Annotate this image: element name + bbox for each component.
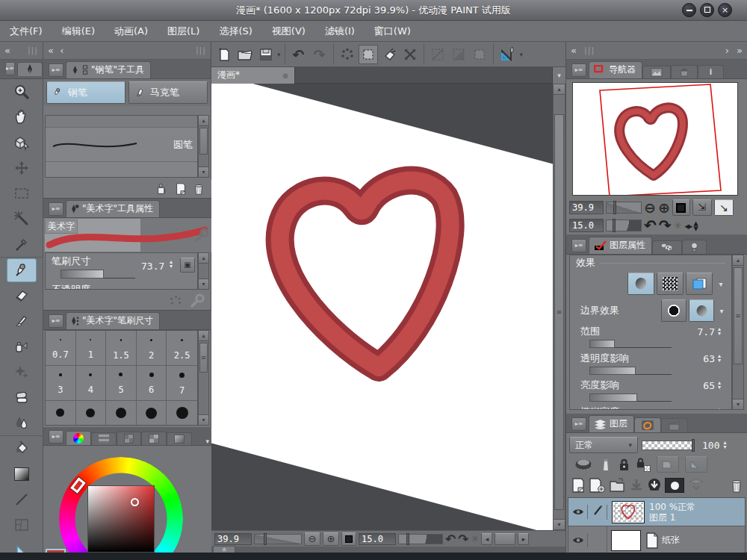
new-raster-layer-icon[interactable] <box>571 477 586 494</box>
collapse-left-icon[interactable]: « <box>4 45 10 56</box>
nav-rotate-cw-icon[interactable]: ↷ <box>659 217 672 234</box>
draft-layer-button[interactable] <box>657 456 679 473</box>
brush-size-cell[interactable] <box>46 401 76 426</box>
lighting-tab[interactable] <box>682 240 707 254</box>
brush-size-panel-tab[interactable]: "美术字"笔刷尺寸 <box>66 312 160 329</box>
redo-icon[interactable]: ↷ <box>310 45 329 64</box>
hscroll-left-icon[interactable]: ◂ <box>481 533 492 545</box>
color-wheel-tab[interactable] <box>66 431 91 445</box>
menu-animation[interactable]: 动画(A) <box>105 21 158 41</box>
layer-opacity-slider[interactable] <box>642 441 694 450</box>
opacity-influence-slider[interactable] <box>589 367 672 375</box>
minimize-button[interactable] <box>682 3 696 17</box>
panel-menu-icon[interactable]: ▸≡ <box>49 63 63 77</box>
scroll-up-icon[interactable]: ▴ <box>733 255 743 266</box>
collapse-left-icon[interactable]: « <box>48 45 54 56</box>
delete-layer-icon[interactable] <box>729 477 744 494</box>
sv-square[interactable] <box>87 485 155 553</box>
approx-color-tab[interactable] <box>167 432 192 445</box>
effect-more-icon[interactable]: ▾ <box>715 280 727 288</box>
blend-tool[interactable] <box>0 410 43 435</box>
nav-actual-size-button[interactable]: ⇲ <box>692 199 712 216</box>
range-stepper[interactable]: ▴▾ <box>718 327 721 336</box>
menu-view[interactable]: 视图(V) <box>262 21 315 41</box>
menu-filter[interactable]: 滤镜(I) <box>315 21 365 41</box>
blur-width-value[interactable]: 10.0 <box>692 407 715 411</box>
menu-window[interactable]: 窗口(W) <box>365 21 421 41</box>
figure-tool[interactable] <box>0 487 43 512</box>
snap-special-ruler-icon[interactable] <box>449 45 468 64</box>
panel-menu-icon[interactable]: ▸≡ <box>5 62 15 75</box>
drag-grip-icon[interactable]: ||| <box>28 46 38 55</box>
layer-row-1[interactable]: 100 %正常 图层 1 <box>568 498 745 526</box>
tool-property-scrollbar[interactable]: ▴ ▾ <box>198 252 209 290</box>
tool-property-tab[interactable]: "美术字"工具属性 <box>66 200 160 217</box>
subtool-scrollbar[interactable]: ▴ ▾ <box>198 115 209 178</box>
watercolor-mode-button[interactable] <box>689 299 714 322</box>
brush-size-slider[interactable] <box>61 270 135 279</box>
transfer-down-icon[interactable] <box>629 477 644 494</box>
selection-area-icon[interactable] <box>359 45 378 64</box>
brush-size-cell[interactable]: 6 <box>137 366 167 401</box>
layer1-thumbnail[interactable] <box>612 501 645 523</box>
tab-list-icon[interactable]: ▾ <box>552 67 565 84</box>
maximize-button[interactable] <box>700 3 714 17</box>
brush-size-cell[interactable]: 0.7 <box>46 331 76 366</box>
nav-fit-button[interactable] <box>672 199 690 216</box>
snap-ruler-icon[interactable] <box>428 45 447 64</box>
navigator-preview[interactable] <box>572 82 738 196</box>
canvas-viewport[interactable] <box>211 84 553 530</box>
brush-size-cell[interactable]: 2 <box>137 331 167 366</box>
opacity-stepper[interactable]: ▴▾ <box>723 441 726 449</box>
pen-subtool-tab[interactable]: 钢笔 <box>46 81 125 104</box>
panel-more-icon[interactable]: ▾ <box>205 438 209 445</box>
zoom-out-button[interactable]: ⊖ <box>304 532 320 546</box>
tool-preset-preview[interactable]: 美术字 <box>43 218 211 252</box>
zoom-tool[interactable] <box>0 79 43 105</box>
gradient-tool[interactable] <box>0 461 43 487</box>
layer-row-2[interactable]: 纸张 <box>568 526 745 555</box>
zoom-slider[interactable] <box>254 534 302 544</box>
new-subtool-icon[interactable] <box>174 182 187 196</box>
fill-tool[interactable] <box>0 436 43 461</box>
scroll-down-icon[interactable]: ▾ <box>199 414 208 425</box>
brush-size-cell[interactable]: 4 <box>76 366 107 401</box>
eyedropper-tool[interactable] <box>0 231 43 257</box>
tone-toggle[interactable] <box>657 273 684 295</box>
selection-tool[interactable] <box>0 181 43 206</box>
item-bank-tab[interactable] <box>671 65 698 78</box>
rotation-readout[interactable]: 15.0 <box>359 533 396 545</box>
navigator-rotation-readout[interactable]: 15.0 <box>569 219 604 232</box>
brush-size-dynamics-button[interactable]: ▣ <box>180 258 195 273</box>
brightness-stepper[interactable]: ▴▾ <box>718 381 721 390</box>
intermediate-color-tab[interactable] <box>141 432 167 445</box>
layer2-name[interactable]: 纸张 <box>662 534 680 547</box>
flip-horizontal-icon[interactable]: ◂▸ <box>684 220 691 231</box>
save-file-icon[interactable] <box>256 45 276 64</box>
merge-down-icon[interactable] <box>647 477 662 494</box>
brush-size-scrollbar[interactable]: ▴ ≡ ▾ <box>198 330 209 426</box>
brush-size-cell[interactable] <box>106 401 137 426</box>
drag-grip-icon[interactable]: ||| <box>196 46 206 55</box>
scroll-up-icon[interactable]: ▴ <box>199 116 208 126</box>
menu-edit[interactable]: 编辑(E) <box>52 21 105 41</box>
nav-reset-rotation-icon[interactable]: ✳ <box>674 220 683 231</box>
layer-property-tab[interactable]: 图层属性 <box>589 237 652 254</box>
subtool-item[interactable]: 圆笔 <box>46 128 197 162</box>
range-value[interactable]: 7.7 <box>698 326 715 337</box>
new-layer-dialog-icon[interactable] <box>589 477 605 494</box>
subtool-panel-tab[interactable]: "钢笔"子工具 <box>66 61 151 78</box>
tone-tab[interactable] <box>652 240 682 254</box>
frame-border-tool[interactable] <box>0 512 43 538</box>
information-tab[interactable]: i <box>698 65 724 78</box>
brush-size-cell[interactable]: 1.5 <box>106 331 137 366</box>
edge-mode-button[interactable] <box>661 299 686 322</box>
snap-grid-icon[interactable] <box>470 45 489 64</box>
move-tool[interactable] <box>0 155 43 181</box>
layer-mask-icon[interactable] <box>665 478 684 493</box>
mask-area-icon[interactable] <box>574 458 593 471</box>
wrench-icon[interactable] <box>189 293 205 309</box>
brush-size-cell[interactable]: 1 <box>76 331 107 366</box>
drag-grip-icon[interactable]: ||| <box>584 46 595 55</box>
operation-tool[interactable] <box>0 130 43 155</box>
